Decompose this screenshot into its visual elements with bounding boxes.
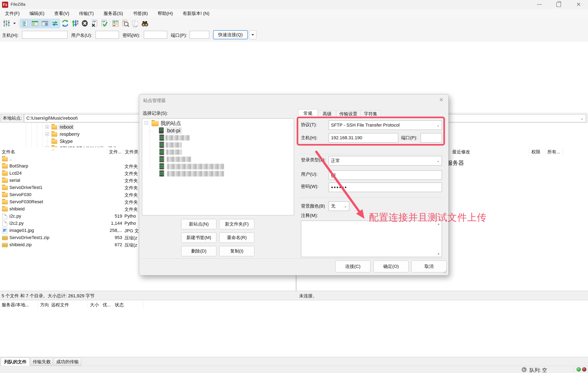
column-direction[interactable]: 方向: [40, 302, 49, 308]
column-server-local[interactable]: 服务器/本地...: [2, 302, 29, 308]
tree-item-respberry[interactable]: + respberry: [0, 131, 139, 138]
ok-button[interactable]: 确定(O): [373, 261, 409, 272]
column-divider[interactable]: [107, 148, 107, 155]
column-modified[interactable]: 最近修改: [452, 149, 470, 155]
expander-minus-icon[interactable]: −: [145, 121, 148, 125]
tree-item-stm32[interactable]: + STM32 ST-LINK Utility 汉化: [0, 145, 139, 147]
column-divider[interactable]: [49, 301, 49, 308]
menu-item-transfer[interactable]: 传输(T): [74, 9, 99, 18]
logontype-select[interactable]: 正常 ⌄: [329, 156, 442, 165]
column-owner[interactable]: 所有...: [547, 149, 560, 155]
close-icon[interactable]: ✕: [572, 0, 585, 9]
column-divider[interactable]: [563, 148, 563, 155]
restore-button[interactable]: [552, 0, 565, 9]
column-filename[interactable]: 文件名: [2, 149, 15, 155]
quickconnect-button[interactable]: 快速连接(Q): [213, 30, 248, 39]
column-divider[interactable]: [143, 301, 143, 308]
site-tree-item-redacted[interactable]: [142, 156, 293, 163]
delete-button[interactable]: 删除(D): [181, 246, 216, 256]
new-folder-button[interactable]: 新文件夹(F): [219, 219, 254, 229]
site-manager-icon: [3, 19, 10, 27]
tab-successful-transfers[interactable]: 成功的传输: [53, 358, 81, 366]
successful-transfers-button[interactable]: [99, 19, 109, 28]
site-tree-item-redacted[interactable]: [142, 163, 293, 170]
menu-item-edit[interactable]: 编辑(E): [24, 9, 49, 18]
column-remote-file[interactable]: 远程文件: [51, 302, 69, 308]
close-icon[interactable]: ✕: [439, 97, 443, 103]
column-divider[interactable]: [101, 301, 101, 308]
column-divider[interactable]: [123, 148, 124, 155]
site-manager-button[interactable]: [1, 19, 12, 28]
expander-plus-icon[interactable]: +: [45, 132, 49, 136]
toggle-local-tree-button[interactable]: [30, 19, 40, 28]
qc-port-input[interactable]: [189, 31, 209, 39]
scroll-down-icon[interactable]: ▼: [437, 252, 440, 256]
column-divider[interactable]: [87, 301, 88, 308]
tab-failed-transfers[interactable]: 传输失败: [31, 358, 53, 366]
site-tree-item-redacted[interactable]: [142, 142, 293, 148]
expander-plus-icon[interactable]: +: [45, 125, 49, 129]
quickconnect-dropdown[interactable]: [249, 30, 256, 39]
menu-item-file[interactable]: 文件(F): [0, 9, 24, 18]
find-files-button[interactable]: [121, 19, 130, 28]
qc-host-input[interactable]: [22, 31, 67, 39]
rename-button[interactable]: 重命名(R): [219, 232, 254, 243]
cancel-button[interactable]: [80, 19, 89, 28]
toggle-log-button[interactable]: [20, 19, 30, 28]
tab-queued-files[interactable]: 列队的文件: [1, 357, 30, 366]
tree-item-reboot[interactable]: + reboot: [0, 123, 139, 131]
minimize-button[interactable]: [533, 0, 546, 9]
column-size[interactable]: 大小: [90, 302, 99, 308]
password-input[interactable]: ●●●●●●: [329, 183, 442, 192]
synchronized-browsing-button[interactable]: [130, 19, 140, 28]
site-manager-dropdown[interactable]: [12, 19, 17, 28]
duplicate-button[interactable]: 复制(I): [219, 246, 254, 256]
directory-compare-button[interactable]: [111, 19, 120, 28]
process-queue-button[interactable]: [70, 19, 80, 28]
sync-browsing-icon: [131, 19, 139, 27]
expander-plus-icon[interactable]: +: [45, 146, 49, 147]
toggle-queue-button[interactable]: [50, 19, 60, 28]
tab-transfer-settings[interactable]: 传输设置: [336, 110, 360, 117]
tree-item-skype[interactable]: Skype: [0, 138, 139, 145]
qc-password-input[interactable]: [144, 31, 167, 39]
site-tree-item-redacted[interactable]: [142, 134, 293, 141]
tab-charset[interactable]: 字符集: [361, 110, 380, 117]
menu-item-new-version[interactable]: 有新版本! (N): [178, 9, 214, 18]
chevron-down-icon[interactable]: ⌄: [580, 116, 584, 121]
menubar: 文件(F) 编辑(E) 查看(V) 传输(T) 服务器(S) 书签(B) 帮助(…: [0, 9, 588, 18]
column-filesize[interactable]: 文件...: [109, 149, 122, 155]
connect-button[interactable]: 连接(C): [335, 261, 370, 272]
column-priority[interactable]: 优...: [103, 302, 111, 308]
column-status[interactable]: 状态: [115, 302, 124, 308]
comments-textarea[interactable]: ▲ ▼: [301, 221, 442, 257]
menu-item-server[interactable]: 服务器(S): [99, 9, 128, 18]
site-tree-item-redacted[interactable]: [142, 149, 293, 155]
toggle-remote-tree-button[interactable]: [40, 19, 50, 28]
menu-item-view[interactable]: 查看(V): [49, 9, 74, 18]
column-divider[interactable]: [113, 301, 113, 308]
column-permissions[interactable]: 权限: [531, 149, 540, 155]
tab-advanced[interactable]: 高级: [318, 110, 336, 117]
menu-item-help[interactable]: 帮助(H): [153, 9, 178, 18]
bgcolor-select[interactable]: 无 ⌄: [329, 201, 349, 211]
new-bookmark-button[interactable]: 新建书签(M): [181, 232, 216, 243]
column-divider[interactable]: [545, 148, 545, 155]
filter-button[interactable]: [140, 19, 149, 28]
new-site-button[interactable]: 新站点(N): [181, 219, 216, 229]
qc-username-input[interactable]: [96, 31, 119, 39]
resize-grip[interactable]: [443, 270, 447, 274]
refresh-button[interactable]: [61, 19, 70, 28]
site-tree-item-bot-pi[interactable]: bot-pi: [142, 127, 293, 134]
cancel-button[interactable]: 取消: [411, 261, 447, 272]
failed-transfers-button[interactable]: [90, 19, 99, 28]
site-tree-root[interactable]: − 我的站点: [142, 120, 293, 126]
tab-general[interactable]: 常规: [298, 109, 318, 117]
column-divider[interactable]: [529, 148, 529, 155]
file-type: 文件夹: [125, 192, 138, 198]
column-filetype[interactable]: 文件类: [125, 149, 138, 155]
site-tree-item-redacted[interactable]: [142, 170, 293, 177]
file-type: 文件夹: [125, 199, 138, 205]
menu-item-bookmarks[interactable]: 书签(B): [128, 9, 153, 18]
user-input[interactable]: gil: [329, 170, 442, 180]
